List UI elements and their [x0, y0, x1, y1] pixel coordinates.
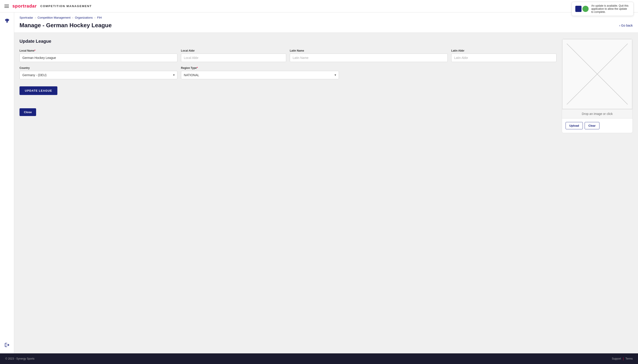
latin-abbr-group: Latin Abbr — [451, 49, 556, 62]
update-notification: An update is available. Quit this applic… — [571, 2, 633, 16]
breadcrumb-sep-1: › — [35, 16, 36, 19]
update-message: An update is available. Quit this applic… — [591, 4, 630, 14]
footer-links: Support | Terms — [612, 357, 633, 360]
country-label: Country — [20, 66, 177, 70]
breadcrumb-organizations[interactable]: Organizations — [75, 16, 93, 19]
clear-button[interactable]: Clear — [585, 122, 599, 129]
drop-zone-label[interactable]: Drop an image or click — [562, 110, 632, 118]
upload-button[interactable]: Upload — [565, 122, 583, 129]
latin-abbr-input[interactable] — [451, 54, 556, 62]
form-left: Update League Local Name* Local Abbr — [20, 39, 556, 133]
update-league-button[interactable]: UPDATE LEAGUE — [20, 86, 57, 95]
latin-name-input[interactable] — [290, 54, 448, 62]
local-name-group: Local Name* — [20, 49, 177, 62]
form-row-names: Local Name* Local Abbr Latin Name Latin … — [20, 49, 556, 62]
region-type-select-wrap: NATIONAL ▼ — [181, 71, 339, 79]
breadcrumb-sep-2: › — [72, 16, 73, 19]
hamburger-menu[interactable] — [5, 5, 9, 8]
sidebar-logout-icon[interactable] — [3, 341, 11, 349]
footer-copyright: © 2023 - Synergy Sports — [5, 357, 35, 360]
form-area: Update League Local Name* Local Abbr — [14, 32, 638, 139]
local-name-input[interactable] — [20, 54, 177, 62]
local-name-label: Local Name* — [20, 49, 177, 52]
local-abbr-group: Local Abbr — [181, 49, 286, 62]
nav-title: COMPETITION MANAGEMENT — [40, 4, 92, 8]
go-back-chevron: ‹ — [619, 24, 620, 27]
local-name-required: * — [34, 49, 36, 52]
top-navigation: sportradar COMPETITION MANAGEMENT An upd… — [0, 0, 638, 12]
form-row-country: Country Germany - (DEU) ▼ Region Type* — [20, 66, 556, 79]
image-upload-card: Drop an image or click Upload Clear — [562, 39, 633, 133]
image-upload-section: Drop an image or click Upload Clear — [562, 39, 633, 133]
logo-text: sportradar — [13, 4, 37, 9]
app-body: Sportradar › Competition Management › Or… — [0, 12, 638, 353]
local-abbr-input[interactable] — [181, 54, 286, 62]
page-title: Manage - German Hockey League — [20, 22, 112, 29]
latin-name-group: Latin Name — [290, 49, 448, 62]
breadcrumb-competition-management[interactable]: Competition Management — [38, 16, 71, 19]
region-type-select[interactable]: NATIONAL — [181, 71, 339, 79]
region-type-group: Region Type* NATIONAL ▼ — [181, 66, 339, 79]
image-actions: Upload Clear — [562, 118, 632, 133]
placeholder-x-icon — [562, 39, 632, 109]
main-content: Sportradar › Competition Management › Or… — [14, 12, 638, 353]
breadcrumb-area: Sportradar › Competition Management › Or… — [14, 12, 638, 32]
footer: © 2023 - Synergy Sports Support | Terms — [0, 353, 638, 364]
footer-divider: | — [623, 357, 624, 360]
spacer — [342, 66, 448, 79]
latin-name-label: Latin Name — [290, 49, 448, 52]
page-title-area: Manage - German Hockey League ‹ Go back — [20, 22, 633, 32]
app-icon-green — [582, 6, 588, 12]
region-type-label: Region Type* — [181, 66, 339, 70]
go-back-link[interactable]: ‹ Go back — [619, 24, 633, 27]
support-link[interactable]: Support — [612, 357, 621, 360]
country-group: Country Germany - (DEU) ▼ — [20, 66, 177, 79]
breadcrumb-sportradar[interactable]: Sportradar — [20, 16, 33, 19]
close-button[interactable]: Close — [20, 108, 36, 116]
image-placeholder[interactable] — [562, 39, 632, 110]
app-icon-blue — [575, 6, 581, 12]
go-back-label: Go back — [621, 24, 633, 27]
breadcrumb-fih[interactable]: FIH — [97, 16, 102, 19]
country-select-wrap: Germany - (DEU) ▼ — [20, 71, 177, 79]
terms-link[interactable]: Terms — [625, 357, 633, 360]
breadcrumb-sep-3: › — [95, 16, 96, 19]
sidebar-trophy-icon[interactable] — [3, 17, 11, 25]
update-icons — [575, 6, 588, 12]
sidebar — [0, 12, 14, 353]
breadcrumb: Sportradar › Competition Management › Or… — [20, 16, 633, 19]
spacer2 — [451, 66, 556, 79]
local-abbr-label: Local Abbr — [181, 49, 286, 52]
country-select[interactable]: Germany - (DEU) — [20, 71, 177, 79]
region-type-required: * — [197, 66, 198, 70]
section-title: Update League — [20, 39, 556, 44]
logo: sportradar COMPETITION MANAGEMENT — [13, 4, 92, 9]
latin-abbr-label: Latin Abbr — [451, 49, 556, 52]
